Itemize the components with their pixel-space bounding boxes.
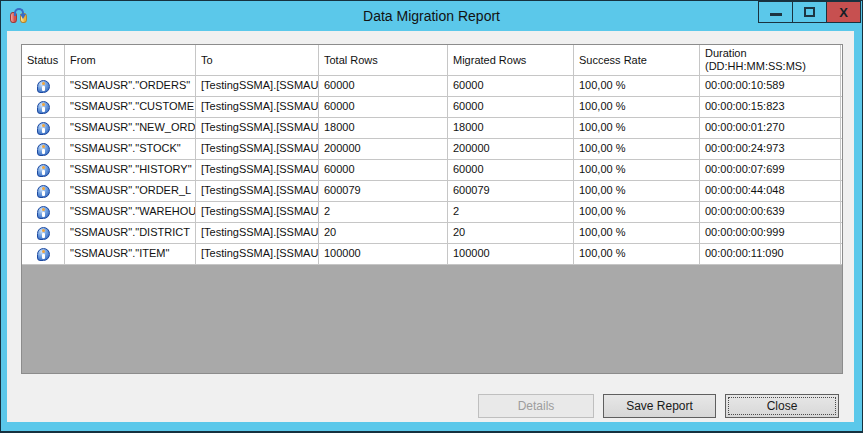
cell-total: 2 <box>319 202 448 222</box>
cell-to: [TestingSSMA].[SSMAUS <box>196 139 319 159</box>
cell-from: "SSMAUSR"."HISTORY" <box>65 160 196 180</box>
minimize-icon <box>770 13 782 16</box>
cell-rate: 100,00 % <box>574 76 700 96</box>
header-duration[interactable]: Duration (DD:HH:MM:SS:MS) <box>700 45 841 75</box>
cell-from: "SSMAUSR"."ORDERS" <box>65 76 196 96</box>
cell-from: "SSMAUSR"."DISTRICT <box>65 223 196 243</box>
cell-rate: 100,00 % <box>574 244 700 264</box>
cell-from: "SSMAUSR"."ITEM" <box>65 244 196 264</box>
cell-to: [TestingSSMA].[SSMAUS <box>196 97 319 117</box>
info-status-icon <box>37 206 50 219</box>
info-status-icon <box>37 164 50 177</box>
cell-to: [TestingSSMA].[SSMAUS <box>196 223 319 243</box>
cell-rate: 100,00 % <box>574 181 700 201</box>
cell-rate: 100,00 % <box>574 139 700 159</box>
cell-total: 200000 <box>319 139 448 159</box>
cell-total: 18000 <box>319 118 448 138</box>
row-status-cell <box>22 76 65 96</box>
header-duration-line2: (DD:HH:MM:SS:MS) <box>705 60 840 73</box>
cell-to: [TestingSSMA].[SSMAUS <box>196 118 319 138</box>
table-row[interactable]: "SSMAUSR"."ORDERS"[TestingSSMA].[SSMAUS6… <box>22 76 842 97</box>
cell-migrated: 18000 <box>448 118 574 138</box>
cell-migrated: 60000 <box>448 97 574 117</box>
cell-migrated: 60000 <box>448 160 574 180</box>
row-status-cell <box>22 181 65 201</box>
table-row[interactable]: "SSMAUSR"."ITEM"[TestingSSMA].[SSMAUS100… <box>22 244 842 265</box>
header-total-rows[interactable]: Total Rows <box>319 45 448 75</box>
cell-duration: 00:00:00:01:270 <box>700 118 841 138</box>
info-status-icon <box>37 227 50 240</box>
cell-to: [TestingSSMA].[SSMAUS <box>196 244 319 264</box>
save-report-button[interactable]: Save Report <box>603 394 716 418</box>
cell-rate: 100,00 % <box>574 223 700 243</box>
maximize-button[interactable] <box>792 1 827 23</box>
cell-migrated: 600079 <box>448 181 574 201</box>
cell-to: [TestingSSMA].[SSMAUS <box>196 76 319 96</box>
close-window-button[interactable]: X <box>826 1 861 23</box>
header-duration-line1: Duration <box>705 47 840 60</box>
cell-total: 20 <box>319 223 448 243</box>
cell-rate: 100,00 % <box>574 160 700 180</box>
cell-rate: 100,00 % <box>574 202 700 222</box>
close-icon: X <box>839 6 848 19</box>
header-migrated-rows[interactable]: Migrated Rows <box>448 45 574 75</box>
header-to[interactable]: To <box>196 45 319 75</box>
row-status-cell <box>22 223 65 243</box>
table-body: "SSMAUSR"."ORDERS"[TestingSSMA].[SSMAUS6… <box>22 76 842 265</box>
header-success-rate[interactable]: Success Rate <box>574 45 700 75</box>
table-header-row: Status From To Total Rows Migrated Rows … <box>22 45 842 76</box>
table-row[interactable]: "SSMAUSR"."HISTORY"[TestingSSMA].[SSMAUS… <box>22 160 842 181</box>
cell-migrated: 2 <box>448 202 574 222</box>
cell-to: [TestingSSMA].[SSMAUS <box>196 202 319 222</box>
row-status-cell <box>22 139 65 159</box>
cell-duration: 00:00:00:15:823 <box>700 97 841 117</box>
cell-duration: 00:00:00:07:699 <box>700 160 841 180</box>
close-button[interactable]: Close <box>725 394 839 418</box>
cell-from: "SSMAUSR"."CUSTOME <box>65 97 196 117</box>
cell-total: 60000 <box>319 160 448 180</box>
window-controls: X <box>759 1 861 23</box>
header-from[interactable]: From <box>65 45 196 75</box>
row-status-cell <box>22 160 65 180</box>
info-status-icon <box>37 80 50 93</box>
table-row[interactable]: "SSMAUSR"."ORDER_L[TestingSSMA].[SSMAUS6… <box>22 181 842 202</box>
dialog-body: Status From To Total Rows Migrated Rows … <box>7 31 854 422</box>
details-button[interactable]: Details <box>478 394 594 418</box>
cell-from: "SSMAUSR"."ORDER_L <box>65 181 196 201</box>
row-status-cell <box>22 244 65 264</box>
title-bar[interactable]: Data Migration Report X <box>1 1 862 31</box>
cell-from: "SSMAUSR"."WAREHOU <box>65 202 196 222</box>
row-status-cell <box>22 97 65 117</box>
cell-duration: 00:00:00:11:090 <box>700 244 841 264</box>
cell-migrated: 200000 <box>448 139 574 159</box>
info-status-icon <box>37 185 50 198</box>
table-row[interactable]: "SSMAUSR"."NEW_ORD[TestingSSMA].[SSMAUS1… <box>22 118 842 139</box>
table-row[interactable]: "SSMAUSR"."CUSTOME[TestingSSMA].[SSMAUS6… <box>22 97 842 118</box>
cell-rate: 100,00 % <box>574 97 700 117</box>
info-status-icon <box>37 248 50 261</box>
cell-duration: 00:00:00:00:639 <box>700 202 841 222</box>
cell-total: 100000 <box>319 244 448 264</box>
table-row[interactable]: "SSMAUSR"."STOCK"[TestingSSMA].[SSMAUS20… <box>22 139 842 160</box>
cell-to: [TestingSSMA].[SSMAUS <box>196 160 319 180</box>
info-status-icon <box>37 122 50 135</box>
row-status-cell <box>22 202 65 222</box>
table-row[interactable]: "SSMAUSR"."WAREHOU[TestingSSMA].[SSMAUS2… <box>22 202 842 223</box>
cell-duration: 00:00:00:00:999 <box>700 223 841 243</box>
cell-from: "SSMAUSR"."NEW_ORD <box>65 118 196 138</box>
migration-report-table: Status From To Total Rows Migrated Rows … <box>21 44 843 374</box>
cell-from: "SSMAUSR"."STOCK" <box>65 139 196 159</box>
window-title: Data Migration Report <box>1 1 862 31</box>
cell-migrated: 60000 <box>448 76 574 96</box>
header-status[interactable]: Status <box>22 45 65 75</box>
dialog-window: Data Migration Report X Status From To T… <box>0 0 863 433</box>
info-status-icon <box>37 143 50 156</box>
cell-total: 60000 <box>319 97 448 117</box>
row-status-cell <box>22 118 65 138</box>
minimize-button[interactable] <box>758 1 793 23</box>
cell-migrated: 20 <box>448 223 574 243</box>
cell-duration: 00:00:00:24:973 <box>700 139 841 159</box>
cell-rate: 100,00 % <box>574 118 700 138</box>
cell-duration: 00:00:00:44:048 <box>700 181 841 201</box>
table-row[interactable]: "SSMAUSR"."DISTRICT[TestingSSMA].[SSMAUS… <box>22 223 842 244</box>
